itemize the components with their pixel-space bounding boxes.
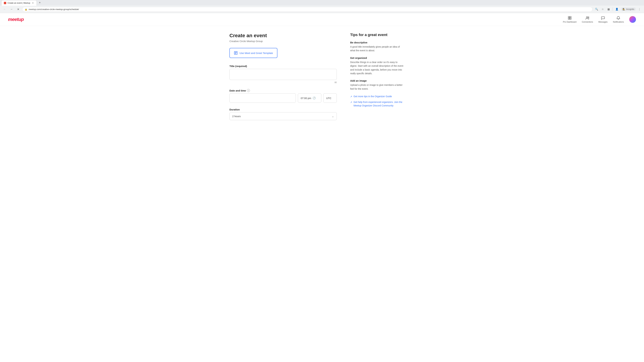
incognito-icon: 🕵 [622,8,625,10]
tab-title: Create an event | Meetup [8,2,30,4]
svg-rect-2 [568,18,570,19]
title-input[interactable] [230,69,337,80]
messages-icon [601,16,605,20]
organizer-guide-label: Get more tips in the Organizer Guide [354,95,392,98]
back-button[interactable]: ← [2,6,8,12]
meetup-logo[interactable]: meetup [8,17,24,22]
site-header: meetup Pro Dashboard [0,13,644,26]
nav-item-notifications[interactable]: Notifications [613,16,624,23]
address-bar[interactable]: 🔒 [22,7,592,12]
url-input[interactable] [29,8,590,10]
time-clock-icon: 🕐 [312,96,316,99]
search-icon[interactable]: 🔍 [594,6,599,12]
svg-rect-1 [570,16,571,18]
svg-point-5 [588,17,589,18]
timezone-input[interactable]: UTC [323,93,337,103]
time-input[interactable]: 07:00 pm 🕐 [298,93,321,103]
nav-item-messages[interactable]: Messages [598,16,608,23]
title-field-group: Title (required) 80 [230,65,337,84]
header-nav: Pro Dashboard Connections [563,16,636,23]
notifications-label: Notifications [613,21,624,23]
bookmark-icon[interactable]: ☆ [600,6,605,12]
template-icon [234,51,238,55]
active-tab[interactable]: Create an event | Meetup ✕ [1,0,37,6]
connections-label: Connections [582,21,593,23]
notifications-icon [616,16,620,20]
profile-icon[interactable]: 👤 [614,6,620,12]
datetime-info-icon[interactable]: i [247,89,250,92]
duration-value: 2 hours [232,115,241,118]
lock-icon: 🔒 [25,8,27,10]
incognito-label: Incognito [626,8,634,10]
tips-title: Tips for a great event [350,33,404,37]
pro-dashboard-icon [568,16,572,20]
duration-label: Duration [230,108,337,111]
toolbar-actions: 🔍 ☆ ▦ 👤 🕵 Incognito ⋮ [594,6,642,12]
external-link-icon-1: ↗ [350,95,352,98]
date-input[interactable] [230,93,296,103]
tip-block-descriptive: Be descriptive A good title immediately … [350,41,404,52]
reload-button[interactable]: ✕ [16,6,21,12]
timezone-value: UTC [326,97,332,99]
tip-text-organized: Describe things in a clear order so it's… [350,60,404,75]
nav-item-pro-dashboard[interactable]: Pro Dashboard [563,16,576,23]
tips-section: Tips for a great event Be descriptive A … [350,33,404,125]
svg-rect-3 [570,18,571,19]
browser-chrome: Create an event | Meetup ✕ + ← → ✕ 🔒 🔍 ☆… [0,0,644,13]
tip-heading-image: Add an image [350,79,404,82]
datetime-row: 07:00 pm 🕐 UTC [230,93,337,103]
browser-toolbar: ← → ✕ 🔒 🔍 ☆ ▦ 👤 🕵 Incognito ⋮ [0,5,644,13]
tip-block-organized: Get organized Describe things in a clear… [350,56,404,75]
discord-community-label: Get help from experienced organizers. Jo… [354,100,404,107]
form-section: Create an event Creative Circle Meetup G… [230,33,337,125]
datetime-field-group: Date and time i 07:00 pm 🕐 UTC [230,89,337,103]
tip-heading-descriptive: Be descriptive [350,41,404,44]
char-count: 80 [230,81,337,84]
user-avatar[interactable] [629,16,636,23]
page-content: meetup Pro Dashboard [0,13,644,355]
title-label: Title (required) [230,65,337,67]
menu-button[interactable]: ⋮ [636,6,642,12]
datetime-label: Date and time i [230,89,337,92]
tab-bar: Create an event | Meetup ✕ + [0,0,644,5]
organizer-guide-link[interactable]: ↗ Get more tips in the Organizer Guide [350,95,404,98]
forward-button[interactable]: → [9,6,14,12]
time-value: 07:00 pm [301,97,311,99]
duration-field-group: Duration 2 hours ⌄ [230,108,337,120]
pro-dashboard-label: Pro Dashboard [563,21,576,23]
chevron-down-icon: ⌄ [332,115,334,118]
page-title: Create an event [230,33,337,38]
tip-block-image: Add an image Upload a photo or image to … [350,79,404,91]
svg-rect-0 [568,16,570,18]
tab-close-button[interactable]: ✕ [32,2,34,4]
extensions-icon[interactable]: ▦ [606,6,611,12]
tip-text-descriptive: A good title immediately gives people an… [350,45,404,52]
nav-item-connections[interactable]: Connections [582,16,593,23]
incognito-badge: 🕵 Incognito [621,7,636,11]
tab-favicon [4,2,6,4]
use-template-button[interactable]: Use Meet and Greet Template [230,48,278,58]
svg-point-4 [586,16,588,18]
duration-select[interactable]: 2 hours ⌄ [230,112,337,120]
external-link-icon-2: ↗ [350,100,352,104]
connections-icon [585,16,590,20]
tip-text-image: Upload a photo or image to give members … [350,83,404,91]
page-subtitle: Creative Circle Meetup Group [230,40,337,42]
tip-heading-organized: Get organized [350,56,404,59]
messages-label: Messages [598,21,608,23]
discord-community-link[interactable]: ↗ Get help from experienced organizers. … [350,100,404,107]
new-tab-button[interactable]: + [38,0,42,5]
template-btn-label: Use Meet and Greet Template [240,52,273,54]
main-layout: Create an event Creative Circle Meetup G… [221,26,422,132]
